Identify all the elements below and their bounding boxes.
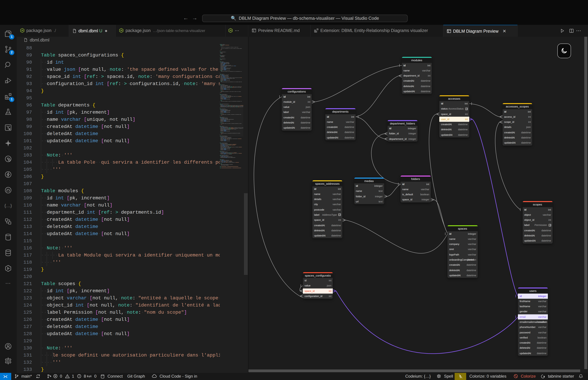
svg-text:JS: JS [229, 29, 232, 32]
svg-text:JS: JS [120, 29, 122, 32]
svg-text:JS: JS [21, 29, 23, 32]
